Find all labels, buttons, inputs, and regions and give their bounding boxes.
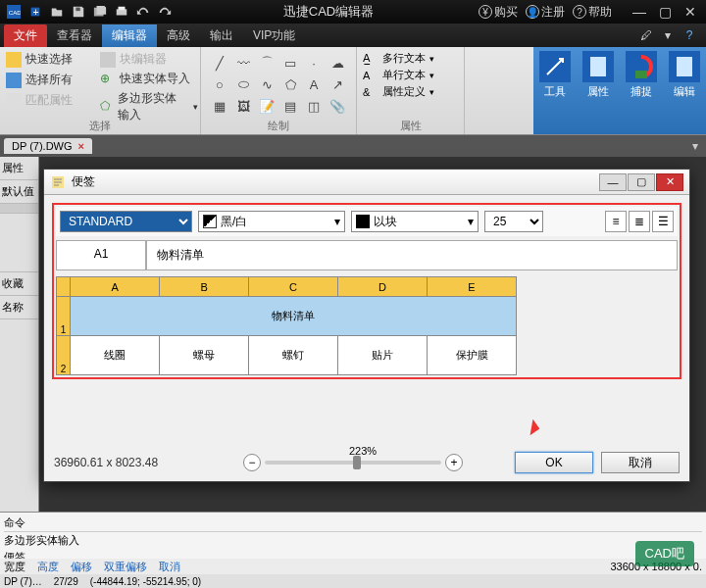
cancel-button[interactable]: 取消	[601, 452, 680, 473]
align-right-icon[interactable]: ☰	[652, 211, 674, 232]
status-cancel-link[interactable]: 取消	[159, 560, 180, 574]
col-header[interactable]: A	[71, 277, 160, 297]
cell[interactable]: 物料清单	[71, 297, 517, 336]
size-select[interactable]: 25	[484, 211, 543, 232]
cell[interactable]: 螺钉	[249, 336, 338, 375]
point-icon[interactable]: ·	[303, 53, 325, 73]
menu-file[interactable]: 文件	[4, 24, 47, 47]
text-icon[interactable]: A	[303, 74, 325, 94]
panel-collapse[interactable]	[0, 204, 38, 214]
col-header[interactable]: C	[249, 277, 338, 297]
note-dialog: 便签 — ▢ ✕ STANDARD 黑/白▾ 以块▾ 25 ≡ ≣ ☰ A1 物…	[43, 169, 690, 482]
edit-button[interactable]: 编辑	[663, 47, 706, 134]
col-header[interactable]: E	[428, 277, 517, 297]
saveall-icon[interactable]	[90, 2, 110, 22]
status-offset-link[interactable]: 偏移	[71, 560, 92, 574]
rect-icon[interactable]: ▭	[279, 53, 301, 73]
cell[interactable]: 线圈	[71, 336, 160, 375]
singleline-text-button[interactable]: A单行文本▾	[363, 68, 458, 82]
layer-select[interactable]: 以块▾	[351, 211, 479, 232]
maximize-icon[interactable]: ▢	[653, 4, 677, 20]
status-height-link[interactable]: 高度	[37, 560, 59, 574]
arc-icon[interactable]: ⌒	[256, 53, 277, 73]
undo-icon[interactable]	[133, 2, 153, 22]
formula-bar[interactable]: 物料清单	[146, 240, 678, 270]
dialog-titlebar[interactable]: 便签 — ▢ ✕	[44, 170, 689, 195]
col-header[interactable]: B	[160, 277, 249, 297]
grid-icon[interactable]: ▤	[279, 96, 301, 116]
tools-button[interactable]: 工具	[533, 47, 577, 134]
polyline-icon[interactable]: 〰	[232, 53, 254, 73]
ok-button[interactable]: OK	[515, 452, 593, 473]
cell[interactable]: 贴片	[338, 336, 428, 375]
menu-vip[interactable]: VIP功能	[243, 24, 305, 47]
spreadsheet[interactable]: A B C D E 1 物料清单 2 线圈 螺母 螺钉	[56, 276, 678, 375]
minimize-icon[interactable]: —	[628, 4, 651, 20]
corner-header[interactable]	[57, 277, 71, 297]
save-icon[interactable]	[69, 2, 88, 22]
help-icon[interactable]: ?	[681, 26, 698, 44]
tab-close-icon[interactable]: ×	[78, 140, 84, 152]
menu-editor[interactable]: 编辑器	[102, 24, 157, 47]
dialog-minimize-icon[interactable]: —	[599, 173, 627, 191]
new-icon[interactable]: +	[25, 2, 45, 22]
leader-icon[interactable]: ↗	[327, 74, 348, 94]
document-tab[interactable]: DP (7).DWG ×	[4, 138, 92, 154]
attach-icon[interactable]: 📎	[327, 96, 348, 116]
app-icon: CAD	[4, 2, 24, 22]
capture-button[interactable]: 捕捉	[620, 47, 663, 134]
polygon-icon[interactable]: ⬠	[279, 74, 301, 94]
panel-tab-defaults[interactable]: 默认值	[0, 180, 38, 204]
dialog-close-icon[interactable]: ✕	[656, 173, 683, 191]
tab-menu-icon[interactable]: ▾	[692, 139, 706, 153]
color-select[interactable]: 黑/白▾	[198, 211, 345, 232]
spline-icon[interactable]: ∿	[256, 74, 277, 94]
register-link[interactable]: 👤注册	[526, 4, 565, 21]
cell-reference[interactable]: A1	[56, 240, 146, 270]
zoom-thumb[interactable]	[353, 456, 361, 469]
panel-tab-name[interactable]: 名称	[0, 296, 38, 319]
help-link[interactable]: ?帮助	[573, 4, 612, 21]
cell[interactable]: 螺母	[160, 336, 249, 375]
menu-viewer[interactable]: 查看器	[47, 24, 102, 47]
col-header[interactable]: D	[338, 277, 428, 297]
open-icon[interactable]	[47, 2, 67, 22]
panel-tab-props[interactable]: 属性	[0, 157, 38, 180]
block-editor-button[interactable]: 块编辑器	[98, 49, 169, 70]
align-left-icon[interactable]: ≡	[605, 211, 627, 232]
quick-entity-import-button[interactable]: ⊕快速实体导入	[98, 69, 192, 89]
attr-def-button[interactable]: &属性定义▾	[363, 84, 458, 99]
row-header[interactable]: 1	[57, 297, 71, 336]
block-icon[interactable]: ◫	[303, 96, 325, 116]
customize-icon[interactable]: 🖊	[637, 26, 655, 44]
redo-icon[interactable]	[155, 2, 175, 22]
ribbon-group-select-label: 选择	[0, 119, 200, 133]
cloud-icon[interactable]: ☁	[327, 53, 348, 73]
row-header[interactable]: 2	[57, 336, 71, 375]
coordinates-readout: 36960.61 x 8023.48	[54, 456, 191, 469]
line-icon[interactable]: ╱	[209, 53, 230, 73]
align-center-icon[interactable]: ≣	[629, 211, 650, 232]
text-style-select[interactable]: STANDARD	[60, 211, 192, 232]
zoom-slider[interactable]: 223%	[265, 461, 441, 465]
print-icon[interactable]	[112, 2, 131, 22]
zoom-out-button[interactable]: −	[243, 454, 261, 471]
menu-output[interactable]: 输出	[200, 24, 243, 47]
hatch-icon[interactable]: ▦	[209, 96, 230, 116]
close-icon[interactable]: ✕	[679, 4, 702, 20]
ellipse-icon[interactable]: ⬭	[232, 74, 254, 94]
circle-icon[interactable]: ○	[209, 74, 230, 94]
status-tab-name[interactable]: DP (7)…	[4, 576, 42, 587]
dialog-maximize-icon[interactable]: ▢	[628, 173, 655, 191]
note-icon[interactable]: 📝	[256, 96, 277, 116]
status-double-offset-link[interactable]: 双重偏移	[104, 560, 147, 574]
cell[interactable]: 保护膜	[428, 336, 517, 375]
menu-advanced[interactable]: 高级	[157, 24, 200, 47]
properties-button[interactable]: 属性	[577, 47, 620, 134]
zoom-in-button[interactable]: +	[445, 454, 463, 471]
multiline-text-button[interactable]: A̲多行文本▾	[363, 51, 458, 66]
image-icon[interactable]: 🖼	[232, 96, 254, 116]
panel-tab-favorites[interactable]: 收藏	[0, 272, 38, 296]
buy-link[interactable]: ¥购买	[479, 4, 518, 21]
minimize-ribbon-icon[interactable]: ▾	[659, 26, 677, 44]
